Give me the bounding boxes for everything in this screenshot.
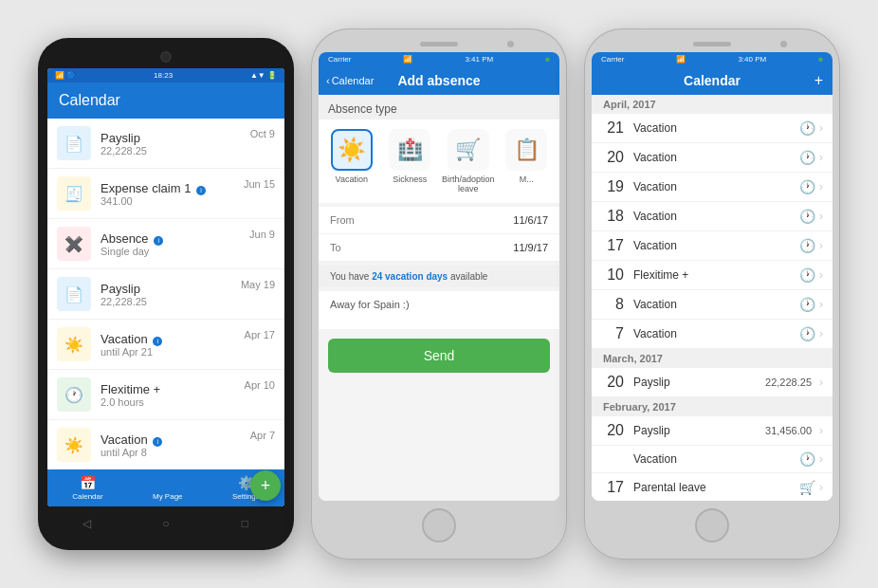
carrier-label: Carrier [328,55,351,64]
absence-type-birth[interactable]: 🛒 Birth/adoption leave [441,129,496,193]
ios-content-2: April, 2017 21 Vacation 🕐 › 20 Vacation … [592,95,832,501]
cal-item[interactable]: Vacation 🕐 › [592,446,832,473]
more-type-icon: 📋 [505,129,547,171]
ios-home-area-2 [592,501,832,542]
item-date: Apr 10 [245,379,275,391]
absence-type-vacation[interactable]: ☀️ Vacation [324,129,379,193]
list-item[interactable]: ☀️ Vacation i until Apr 21 Apr 17 [47,320,284,370]
absence-type-more[interactable]: 📋 M... [500,129,555,193]
more-type-label: M... [520,175,534,184]
nav-mypage[interactable]: 👤 My Page [153,475,183,501]
nav-title: Add absence [397,73,480,88]
android-bottom-nav: 📅 Calendar 👤 My Page ⚙️ Settings [47,469,284,506]
expense-icon: 🧾 [57,176,91,211]
cal-item[interactable]: 18 Vacation 🕐 › [592,202,832,231]
list-item[interactable]: 📄 Payslip 22,228.25 Oct 9 [47,119,284,169]
chevron-icon: › [819,151,823,164]
cal-item[interactable]: 20 Payslip 22,228.25 › [592,368,832,397]
android-hardware-buttons: ◁ ○ □ [47,506,284,537]
item-title: Vacation [633,210,799,223]
absence-type-label: Absence type [319,95,559,119]
vacation-days: 24 vacation days [372,271,448,282]
vacation-type-icon: ☀️ [331,129,373,171]
battery-icon-2: ■ [818,55,823,64]
item-date: Apr 7 [250,430,275,441]
item-date: Jun 9 [249,229,275,240]
vacation-type-label: Vacation [336,175,368,184]
day-number: 17 [601,237,624,254]
sickness-type-icon: 🏥 [389,129,430,171]
home-button[interactable] [422,508,456,542]
day-number: 7 [601,325,624,342]
nav-calendar[interactable]: 📅 Calendar [72,475,102,501]
item-title: Vacation [633,151,799,164]
list-item[interactable]: 📄 Payslip 22,228.25 May 19 [47,269,284,320]
list-item[interactable]: 🕐 Flexitime + 2.0 hours Apr 10 [47,370,284,420]
list-item[interactable]: ✖️ Absence i Single day Jun 9 [47,219,284,269]
list-item[interactable]: 🧾 Expense claim 1 i 341.00 Jun 15 [47,169,284,219]
back-button[interactable]: ‹ Calendar [326,75,374,86]
item-title: Payslip [633,424,765,437]
item-subtitle: 2.0 hours [101,396,275,408]
absence-type-sickness[interactable]: 🏥 Sickness [383,129,438,193]
item-subtitle: 22,228.25 [101,145,275,156]
payslip-icon: 📄 [57,126,91,160]
day-number: 20 [601,422,624,439]
cal-item[interactable]: 20 Vacation 🕐 › [592,143,832,173]
item-subtitle: 22,228.25 [101,296,275,307]
ios-status-bar: Carrier 📶 3:41 PM ■ [319,52,559,66]
item-title: Vacation [633,298,799,311]
payslip-icon: 📄 [57,277,91,311]
to-field[interactable]: To 11/9/17 [319,234,559,262]
back-label: Calendar [332,75,375,86]
cal-item[interactable]: 10 Flexitime + 🕐 › [592,261,832,290]
day-number: 21 [601,119,624,137]
profile-button[interactable]: 👤 [601,72,620,90]
home-button[interactable]: ○ [156,514,175,533]
to-value: 11/9/17 [513,242,548,253]
item-subtitle: 341.00 [101,195,275,207]
absence-form: From 11/6/17 To 11/9/17 [319,207,559,262]
cal-item[interactable]: 20 Payslip 31,456.00 › [592,416,832,446]
info-badge: i [196,186,206,195]
from-field[interactable]: From 11/6/17 [319,207,559,234]
cal-item[interactable]: 17 Parental leave 🛒 › [592,473,832,501]
recents-button[interactable]: □ [235,514,254,533]
back-button[interactable]: ◁ [78,514,97,533]
chevron-icon: › [819,298,823,311]
send-button[interactable]: Send [328,339,550,373]
vacation-icon: ☀️ [57,428,91,462]
item-subtitle: until Apr 21 [101,346,275,358]
item-title: Vacation [633,180,799,193]
chevron-icon: › [819,424,823,437]
cal-item[interactable]: 21 Vacation 🕐 › [592,114,832,143]
wifi-icon: 📶 [403,55,412,64]
clock-icon: 🕐 [799,120,815,136]
notes-field[interactable]: Away for Spain :) [319,291,559,329]
mypage-nav-icon: 👤 [159,475,175,490]
ios-top-bar-2 [592,38,832,52]
list-item[interactable]: ☀️ Vacation i until Apr 8 Apr 7 [47,420,284,469]
item-title: Parental leave [633,481,799,494]
ios-nav-bar: ‹ Calendar Add absence [319,66,559,95]
item-title: Flexitime + [633,268,799,282]
info-badge: i [153,337,162,346]
status-time-2: 3:40 PM [738,55,766,64]
android-phone: 📶 🔵 18:23 ▲▼ 🔋 Calendar 📄 Payslip 22,228… [38,38,294,550]
cal-item[interactable]: 19 Vacation 🕐 › [592,173,832,202]
item-subtitle: Single day [101,246,275,257]
ios-nav-bar-2: 👤 Calendar + [592,66,832,95]
cal-item[interactable]: 8 Vacation 🕐 › [592,290,832,320]
item-date: Oct 9 [250,128,275,139]
android-header-title: Calendar [59,92,120,109]
cal-item[interactable]: 17 Vacation 🕐 › [592,231,832,261]
sickness-type-label: Sickness [393,175,427,184]
add-button[interactable]: + [814,72,823,89]
item-title: Vacation i [101,432,275,447]
day-number: 8 [601,296,624,313]
cal-item[interactable]: 7 Vacation 🕐 › [592,320,832,349]
item-date: May 19 [241,279,275,290]
home-button-2[interactable] [695,508,729,542]
clock-icon: 🕐 [799,326,815,341]
item-title: Vacation [633,121,799,135]
